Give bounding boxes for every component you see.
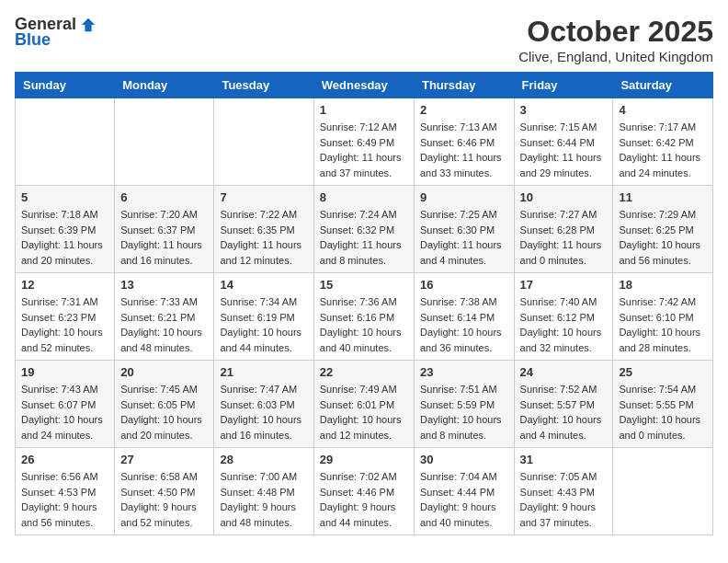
calendar-cell: 14 Sunrise: 7:34 AM Sunset: 6:19 PM Dayl… <box>214 273 313 361</box>
sunrise: Sunrise: 7:12 AM <box>320 121 397 132</box>
day-number: 19 <box>21 365 108 379</box>
day-number: 2 <box>420 103 508 117</box>
sunset: Sunset: 6:14 PM <box>420 312 495 323</box>
day-number: 26 <box>21 453 108 466</box>
logo-blue-text: Blue <box>15 30 51 50</box>
sunset: Sunset: 6:49 PM <box>320 137 394 148</box>
day-number: 4 <box>619 103 707 117</box>
sunset: Sunset: 6:25 PM <box>619 224 693 236</box>
day-info: Sunrise: 7:45 AM Sunset: 6:05 PM Dayligh… <box>120 382 208 442</box>
daylight: Daylight: 9 hours and 56 minutes. <box>21 501 97 528</box>
sunrise: Sunrise: 7:05 AM <box>520 471 597 482</box>
daylight: Daylight: 9 hours and 48 minutes. <box>220 501 296 528</box>
sunset: Sunset: 6:46 PM <box>420 137 495 148</box>
sunset: Sunset: 6:42 PM <box>619 137 693 148</box>
day-number: 24 <box>520 365 608 379</box>
calendar-cell: 7 Sunrise: 7:22 AM Sunset: 6:35 PM Dayli… <box>214 186 313 273</box>
day-number: 12 <box>21 278 108 292</box>
day-number: 3 <box>520 103 608 117</box>
calendar-cell: 26 Sunrise: 6:56 AM Sunset: 4:53 PM Dayl… <box>16 448 115 535</box>
daylight: Daylight: 10 hours and 52 minutes. <box>21 327 103 353</box>
daylight: Daylight: 11 hours and 16 minutes. <box>120 239 202 266</box>
daylight: Daylight: 10 hours and 16 minutes. <box>220 414 301 441</box>
day-number: 9 <box>420 190 508 204</box>
calendar-cell: 12 Sunrise: 7:31 AM Sunset: 6:23 PM Dayl… <box>16 273 115 361</box>
month-title: October 2025 <box>518 15 713 49</box>
calendar-cell: 9 Sunrise: 7:25 AM Sunset: 6:30 PM Dayli… <box>414 186 514 273</box>
daylight: Daylight: 9 hours and 44 minutes. <box>320 501 396 528</box>
day-info: Sunrise: 7:40 AM Sunset: 6:12 PM Dayligh… <box>520 294 608 355</box>
daylight: Daylight: 11 hours and 24 minutes. <box>619 152 700 178</box>
day-number: 22 <box>320 365 408 379</box>
sunset: Sunset: 6:10 PM <box>619 312 693 323</box>
calendar-cell: 24 Sunrise: 7:52 AM Sunset: 5:57 PM Dayl… <box>514 361 613 448</box>
sunset: Sunset: 6:39 PM <box>21 224 96 236</box>
calendar-cell: 27 Sunrise: 6:58 AM Sunset: 4:50 PM Dayl… <box>115 448 214 535</box>
calendar-cell: 6 Sunrise: 7:20 AM Sunset: 6:37 PM Dayli… <box>115 186 214 273</box>
sunrise: Sunrise: 7:38 AM <box>420 296 497 307</box>
day-info: Sunrise: 7:04 AM Sunset: 4:44 PM Dayligh… <box>420 469 508 530</box>
sunrise: Sunrise: 7:51 AM <box>420 384 497 395</box>
day-number: 10 <box>520 190 608 204</box>
logo: General Blue <box>15 15 97 50</box>
day-number: 13 <box>120 278 208 292</box>
daylight: Daylight: 11 hours and 12 minutes. <box>220 239 301 266</box>
sunset: Sunset: 6:07 PM <box>21 399 96 410</box>
sunrise: Sunrise: 7:54 AM <box>619 384 696 395</box>
daylight: Daylight: 11 hours and 4 minutes. <box>420 239 502 266</box>
sunrise: Sunrise: 7:13 AM <box>420 121 497 132</box>
day-info: Sunrise: 7:02 AM Sunset: 4:46 PM Dayligh… <box>320 469 408 530</box>
sunset: Sunset: 5:55 PM <box>619 399 693 410</box>
day-header-friday: Friday <box>514 73 613 98</box>
daylight: Daylight: 10 hours and 44 minutes. <box>220 327 301 353</box>
day-number: 6 <box>120 190 208 204</box>
day-number: 16 <box>420 278 508 292</box>
calendar-cell: 28 Sunrise: 7:00 AM Sunset: 4:48 PM Dayl… <box>214 448 313 535</box>
day-number: 11 <box>619 190 707 204</box>
day-number: 15 <box>320 278 408 292</box>
calendar-week-1: 1 Sunrise: 7:12 AM Sunset: 6:49 PM Dayli… <box>16 98 713 186</box>
day-info: Sunrise: 7:00 AM Sunset: 4:48 PM Dayligh… <box>220 469 307 530</box>
title-block: October 2025 Clive, England, United King… <box>518 15 713 64</box>
day-header-saturday: Saturday <box>613 73 713 98</box>
sunrise: Sunrise: 7:52 AM <box>520 384 597 395</box>
day-number: 23 <box>420 365 508 379</box>
day-number: 29 <box>320 453 408 466</box>
calendar-cell: 2 Sunrise: 7:13 AM Sunset: 6:46 PM Dayli… <box>414 98 514 186</box>
sunset: Sunset: 6:12 PM <box>520 312 595 323</box>
day-header-wednesday: Wednesday <box>313 73 414 98</box>
calendar-cell: 11 Sunrise: 7:29 AM Sunset: 6:25 PM Dayl… <box>613 186 713 273</box>
sunrise: Sunrise: 7:49 AM <box>320 384 397 395</box>
calendar-week-5: 26 Sunrise: 6:56 AM Sunset: 4:53 PM Dayl… <box>16 448 713 535</box>
calendar-cell: 18 Sunrise: 7:42 AM Sunset: 6:10 PM Dayl… <box>613 273 713 361</box>
daylight: Daylight: 10 hours and 8 minutes. <box>420 414 502 441</box>
day-info: Sunrise: 7:51 AM Sunset: 5:59 PM Dayligh… <box>420 382 508 442</box>
sunrise: Sunrise: 7:47 AM <box>220 384 297 395</box>
calendar-table: SundayMondayTuesdayWednesdayThursdayFrid… <box>15 72 713 535</box>
calendar-cell: 1 Sunrise: 7:12 AM Sunset: 6:49 PM Dayli… <box>313 98 414 186</box>
sunrise: Sunrise: 7:15 AM <box>520 121 597 132</box>
sunrise: Sunrise: 7:18 AM <box>21 209 98 220</box>
day-info: Sunrise: 7:15 AM Sunset: 6:44 PM Dayligh… <box>520 120 608 180</box>
daylight: Daylight: 10 hours and 24 minutes. <box>21 414 103 441</box>
day-info: Sunrise: 7:38 AM Sunset: 6:14 PM Dayligh… <box>420 294 508 355</box>
calendar-cell: 5 Sunrise: 7:18 AM Sunset: 6:39 PM Dayli… <box>16 186 115 273</box>
daylight: Daylight: 11 hours and 29 minutes. <box>520 152 602 178</box>
sunset: Sunset: 4:50 PM <box>120 487 195 498</box>
day-number: 30 <box>420 453 508 466</box>
sunset: Sunset: 6:05 PM <box>120 399 195 410</box>
calendar-cell: 15 Sunrise: 7:36 AM Sunset: 6:16 PM Dayl… <box>313 273 414 361</box>
day-number: 5 <box>21 190 108 204</box>
day-number: 8 <box>320 190 408 204</box>
day-number: 14 <box>220 278 307 292</box>
day-info: Sunrise: 7:31 AM Sunset: 6:23 PM Dayligh… <box>21 294 108 355</box>
location: Clive, England, United Kingdom <box>518 49 713 64</box>
daylight: Daylight: 10 hours and 28 minutes. <box>619 327 700 353</box>
sunset: Sunset: 4:46 PM <box>320 487 394 498</box>
day-number: 27 <box>120 453 208 466</box>
daylight: Daylight: 10 hours and 32 minutes. <box>520 327 602 353</box>
day-info: Sunrise: 7:25 AM Sunset: 6:30 PM Dayligh… <box>420 207 508 268</box>
calendar-cell <box>115 98 214 186</box>
day-number: 17 <box>520 278 608 292</box>
sunrise: Sunrise: 7:34 AM <box>220 296 297 307</box>
